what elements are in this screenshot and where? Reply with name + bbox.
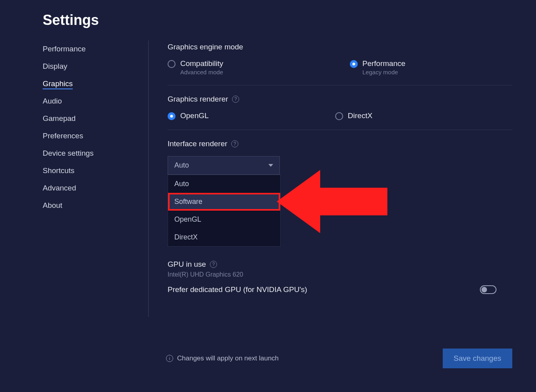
sidebar-item-performance[interactable]: Performance xyxy=(43,40,140,58)
sidebar-item-device-settings[interactable]: Device settings xyxy=(43,145,140,162)
sidebar-item-about[interactable]: About xyxy=(43,197,140,214)
help-icon[interactable]: ? xyxy=(210,261,217,268)
sidebar-item-audio[interactable]: Audio xyxy=(43,92,140,110)
toggle-knob xyxy=(481,287,487,292)
radio-sublabel: Advanced mode xyxy=(180,69,223,75)
info-icon: i xyxy=(166,355,173,362)
radio-icon xyxy=(335,112,343,120)
gpu-section: GPU in use ? Intel(R) UHD Graphics 620 P… xyxy=(168,260,512,294)
radio-sublabel: Legacy mode xyxy=(362,69,406,75)
sidebar-item-advanced[interactable]: Advanced xyxy=(43,179,140,197)
radio-label: Performance xyxy=(362,59,406,68)
help-icon[interactable]: ? xyxy=(231,140,238,147)
sidebar-item-gamepad[interactable]: Gamepad xyxy=(43,110,140,127)
graphics-renderer-title: Graphics renderer ? xyxy=(168,95,512,104)
radio-icon xyxy=(350,60,358,68)
engine-option-performance[interactable]: Performance Legacy mode xyxy=(350,59,406,75)
radio-label: Compatibility xyxy=(180,59,223,68)
gpu-name: Intel(R) UHD Graphics 620 xyxy=(168,271,512,278)
dropdown-item-auto[interactable]: Auto xyxy=(168,175,280,193)
interface-renderer-title: Interface renderer ? xyxy=(168,139,512,148)
sidebar-item-preferences[interactable]: Preferences xyxy=(43,127,140,145)
dropdown-item-opengl[interactable]: OpenGL xyxy=(168,211,280,228)
radio-icon xyxy=(168,60,176,68)
dropdown-item-software[interactable]: Software xyxy=(168,193,280,211)
dropdown-item-directx[interactable]: DirectX xyxy=(168,228,280,246)
prefer-gpu-toggle[interactable] xyxy=(480,285,496,294)
gpu-title: GPU in use ? xyxy=(168,260,512,269)
sidebar-item-graphics[interactable]: Graphics xyxy=(43,75,140,92)
interface-renderer-section: Interface renderer ? Auto Auto Software … xyxy=(168,139,512,184)
graphics-engine-title: Graphics engine mode xyxy=(168,43,512,51)
settings-sidebar: Performance Display Graphics Audio Gamep… xyxy=(43,40,149,317)
prefer-gpu-label: Prefer dedicated GPU (for NVIDIA GPU's) xyxy=(168,285,307,294)
chevron-down-icon xyxy=(268,164,273,167)
page-title: Settings xyxy=(0,0,536,28)
interface-renderer-dropdown[interactable]: Auto Auto Software OpenGL DirectX xyxy=(168,156,280,175)
radio-label: OpenGL xyxy=(180,111,209,120)
renderer-option-opengl[interactable]: OpenGL xyxy=(168,111,209,120)
engine-option-compatibility[interactable]: Compatibility Advanced mode xyxy=(168,59,223,75)
graphics-renderer-section: Graphics renderer ? OpenGL DirectX xyxy=(168,95,512,130)
dropdown-selected[interactable]: Auto xyxy=(168,156,279,174)
help-icon[interactable]: ? xyxy=(232,96,239,103)
save-changes-button[interactable]: Save changes xyxy=(443,349,512,368)
graphics-engine-section: Graphics engine mode Compatibility Advan… xyxy=(168,43,512,85)
dropdown-list: Auto Software OpenGL DirectX xyxy=(168,175,281,247)
radio-icon xyxy=(168,112,176,120)
radio-label: DirectX xyxy=(348,111,372,120)
footer-note: i Changes will apply on next launch xyxy=(166,354,279,362)
settings-content: Graphics engine mode Compatibility Advan… xyxy=(149,40,536,317)
sidebar-item-shortcuts[interactable]: Shortcuts xyxy=(43,162,140,179)
footer: i Changes will apply on next launch Save… xyxy=(166,349,512,368)
renderer-option-directx[interactable]: DirectX xyxy=(335,111,372,120)
sidebar-item-display[interactable]: Display xyxy=(43,58,140,75)
